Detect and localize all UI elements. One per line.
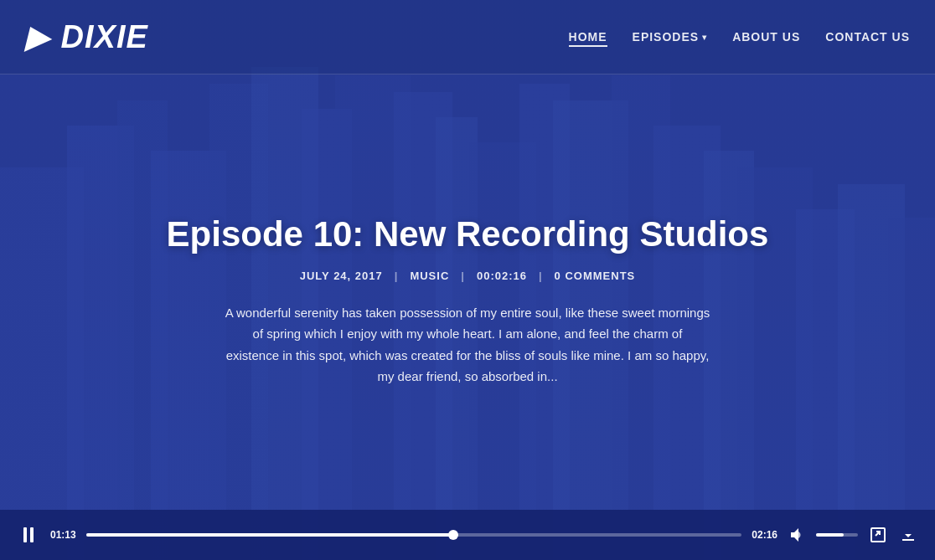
download-button[interactable] (898, 525, 918, 545)
nav-item-home[interactable]: HOME (569, 29, 607, 44)
logo-text: DIXIE (61, 19, 148, 54)
time-total: 02:16 (752, 529, 777, 541)
episode-title: Episode 10: New Recording Studios (167, 214, 769, 254)
navbar: ▶ DIXIE HOME EPISODES ▾ ABOUT US CONTACT… (0, 0, 935, 74)
time-current: 01:13 (50, 529, 76, 541)
chevron-down-icon: ▾ (702, 33, 707, 42)
episode-category: MUSIC (410, 270, 449, 282)
episode-meta: JULY 24, 2017 | MUSIC | 00:02:16 | 0 COM… (300, 270, 636, 282)
pause-button[interactable] (17, 523, 40, 547)
svg-rect-0 (871, 528, 885, 542)
player-bar: 01:13 02:16 (0, 510, 935, 560)
nav-links: HOME EPISODES ▾ ABOUT US CONTACT US (569, 29, 910, 44)
site-logo[interactable]: ▶ DIXIE (25, 19, 148, 55)
progress-handle[interactable] (448, 530, 458, 540)
meta-sep-2: | (461, 270, 465, 282)
volume-fill (816, 533, 844, 537)
volume-bar[interactable] (816, 533, 858, 537)
pause-bar-left (23, 527, 27, 542)
meta-sep-1: | (395, 270, 399, 282)
progress-bar[interactable] (86, 533, 742, 537)
nav-link-about[interactable]: ABOUT US (732, 30, 800, 44)
pause-icon (23, 527, 34, 542)
episode-description: A wonderful serenity has taken possessio… (225, 302, 710, 388)
episode-date: JULY 24, 2017 (300, 270, 383, 282)
share-button[interactable] (868, 525, 888, 545)
nav-item-about[interactable]: ABOUT US (732, 29, 800, 44)
speaker-icon (788, 527, 805, 543)
hero-section: Episode 10: New Recording Studios JULY 2… (0, 74, 935, 510)
episode-comments: 0 COMMENTS (555, 270, 636, 282)
episode-duration: 00:02:16 (477, 270, 527, 282)
meta-sep-3: | (539, 270, 543, 282)
progress-fill (86, 533, 453, 537)
logo-arrow: ▶ (25, 20, 49, 55)
nav-item-contact[interactable]: CONTACT US (825, 29, 910, 44)
nav-link-home[interactable]: HOME (569, 30, 607, 47)
volume-icon[interactable] (788, 526, 806, 544)
nav-item-episodes[interactable]: EPISODES ▾ (633, 30, 708, 44)
pause-bar-right (30, 527, 34, 542)
nav-link-episodes[interactable]: EPISODES ▾ (633, 30, 708, 44)
nav-link-contact[interactable]: CONTACT US (825, 30, 910, 44)
